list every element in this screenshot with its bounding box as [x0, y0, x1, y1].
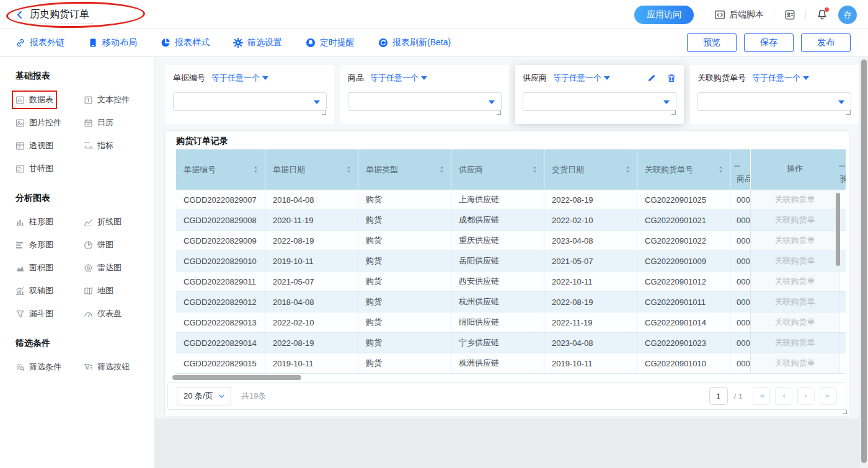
sidebar-item[interactable]: 透视图 [16, 140, 53, 151]
table-vertical-scrollbar[interactable] [836, 193, 840, 266]
related-po-action-button[interactable]: 关联购货单 [751, 190, 839, 210]
resize-handle[interactable] [846, 110, 851, 115]
resize-handle[interactable] [322, 110, 326, 115]
edit-pencil-icon[interactable] [647, 73, 657, 83]
related-po-action-button[interactable]: 关联购货单 [751, 231, 839, 250]
toolbar-item[interactable]: 报表样式 [161, 37, 210, 48]
filter-widget-card[interactable]: 商品 等于任意一个 [340, 65, 509, 124]
table-header-action: 操作 [751, 149, 839, 190]
sidebar-item[interactable]: 条形图 [16, 239, 53, 250]
filter-value-select[interactable] [698, 92, 851, 111]
filter-value-select[interactable] [348, 92, 502, 111]
toolbar-item[interactable]: 移动布局 [88, 37, 137, 48]
sidebar-item-label: 地图 [97, 285, 113, 296]
page-scrollbar-thumb[interactable] [861, 60, 867, 463]
sidebar-item[interactable]: 数据表 [16, 94, 53, 105]
related-po-action-button[interactable]: 关联购货单 [751, 210, 839, 230]
related-po-action-button[interactable]: 关联购货单 [751, 292, 839, 312]
sidebar-item[interactable]: 雷达图 [84, 262, 122, 273]
sidebar-item[interactable]: 甘特图 [16, 163, 53, 174]
sort-icon[interactable] [345, 166, 353, 174]
sidebar-item[interactable]: 漏斗图 [16, 308, 53, 319]
filter-value-select[interactable] [173, 92, 327, 111]
toolbar-item[interactable]: 筛选设置 [233, 37, 282, 48]
table-header-partial-product[interactable]: 商品 [730, 149, 751, 190]
filter-value-select[interactable] [523, 92, 676, 111]
toolbar-item-icon [88, 38, 98, 48]
notification-bell-icon[interactable] [816, 9, 828, 21]
resize-handle[interactable] [497, 110, 501, 115]
toolbar-item[interactable]: 报表刷新(Beta) [378, 37, 451, 48]
filter-widget-card[interactable]: 供应商 等于任意一个 [515, 65, 684, 124]
related-po-action-button[interactable]: 关联购货单 [751, 251, 839, 271]
filter-condition-dropdown[interactable]: 等于任意一个 [370, 73, 427, 84]
widget-resize-handle[interactable] [843, 410, 847, 414]
sort-icon[interactable] [438, 166, 446, 174]
trash-icon[interactable] [666, 73, 676, 83]
sidebar-section-title: 筛选条件 [16, 338, 154, 349]
preview-button[interactable]: 预览 [687, 33, 737, 52]
sidebar-item[interactable]: 折线图 [84, 216, 122, 227]
filter-condition-dropdown[interactable]: 等于任意一个 [752, 73, 809, 84]
first-page-button[interactable] [753, 387, 770, 405]
sidebar-item-label: 柱形图 [29, 216, 53, 227]
cell-related-po: CG20220901025 [637, 190, 730, 210]
page-number-input[interactable]: 1 [709, 387, 728, 405]
sort-icon[interactable] [717, 166, 725, 174]
cell-delivery-date: 2022-11-19 [544, 312, 637, 332]
contact-card-icon[interactable] [784, 9, 795, 20]
toolbar-item[interactable]: 报表外链 [16, 37, 64, 48]
filter-widget-card[interactable]: 单据编号 等于任意一个 [166, 65, 334, 124]
filter-condition-dropdown[interactable]: 等于任意一个 [553, 73, 610, 84]
sidebar-item[interactable]: 面积图 [16, 262, 53, 273]
save-button[interactable]: 保存 [744, 33, 794, 52]
related-po-action-button[interactable]: 关联购货单 [751, 272, 839, 291]
cell-related-po: CG20220901010 [637, 353, 730, 373]
sidebar-item[interactable]: 地图 [84, 285, 113, 296]
caret-down-icon [838, 100, 844, 104]
sidebar-item[interactable]: 图片控件 [16, 117, 61, 128]
back-icon[interactable] [15, 10, 25, 20]
caret-down-icon [489, 100, 495, 104]
table-horizontal-scrollbar[interactable] [172, 375, 301, 380]
page-size-select[interactable]: 20 条/页 [177, 387, 231, 405]
sort-icon[interactable] [252, 166, 260, 174]
sidebar-item[interactable]: 仪表盘 [84, 308, 122, 319]
table-header-cell[interactable]: 供应商 [451, 149, 544, 190]
backend-script-button[interactable]: 后端脚本 [714, 9, 764, 20]
table-header-cell[interactable]: 单据编号 [176, 149, 265, 190]
cell-related-po: CG20220901021 [637, 210, 730, 230]
sidebar-item[interactable]: 筛选条件 [16, 361, 61, 373]
table-header-cell[interactable]: 单据类型 [358, 149, 451, 190]
sidebar-item[interactable]: 4,80 指标 [84, 140, 113, 151]
table-header-cell[interactable]: 关联购货单号 [637, 149, 730, 190]
cell-order-type: 购货 [358, 272, 451, 291]
sidebar-item[interactable]: 筛选按钮 [84, 361, 130, 373]
related-po-action-button[interactable]: 关联购货单 [751, 333, 839, 353]
sidebar-item[interactable]: 饼图 [84, 239, 113, 250]
table-header-cell[interactable]: 交货日期 [544, 149, 637, 190]
related-po-action-button[interactable]: 关联购货单 [751, 353, 839, 373]
next-page-button[interactable] [797, 387, 815, 405]
page-title[interactable]: 历史购货订单 [30, 8, 89, 21]
avatar[interactable]: 存 [838, 6, 857, 24]
filter-widget-card[interactable]: 关联购货单号 等于任意一个 [690, 65, 859, 124]
sidebar-item[interactable]: 柱形图 [16, 216, 53, 227]
related-po-action-button[interactable]: 关联购货单 [751, 312, 839, 332]
data-table-widget[interactable]: 购货订单记录 单据编号 单据日期 单据类型 供 [164, 130, 849, 417]
last-page-button[interactable] [820, 387, 837, 405]
publish-button[interactable]: 发布 [801, 33, 851, 52]
resize-handle[interactable] [671, 110, 676, 115]
cell-delivery-date: 2022-08-19 [544, 292, 637, 312]
table-header-cell[interactable]: 单据日期 [265, 149, 358, 190]
sidebar-item[interactable]: 双轴图 [16, 285, 53, 296]
toolbar-item[interactable]: 定时提醒 [306, 37, 355, 48]
filter-condition-dropdown[interactable]: 等于任意一个 [211, 73, 268, 84]
prev-page-button[interactable] [775, 387, 792, 405]
toolbar-item-label: 定时提醒 [320, 37, 355, 48]
sort-icon[interactable] [531, 166, 539, 174]
sort-icon[interactable] [624, 166, 632, 174]
sidebar-item[interactable]: 文本控件 [84, 94, 130, 105]
app-access-button[interactable]: 应用访问 [634, 6, 694, 24]
sidebar-item[interactable]: 日历 [84, 117, 113, 128]
